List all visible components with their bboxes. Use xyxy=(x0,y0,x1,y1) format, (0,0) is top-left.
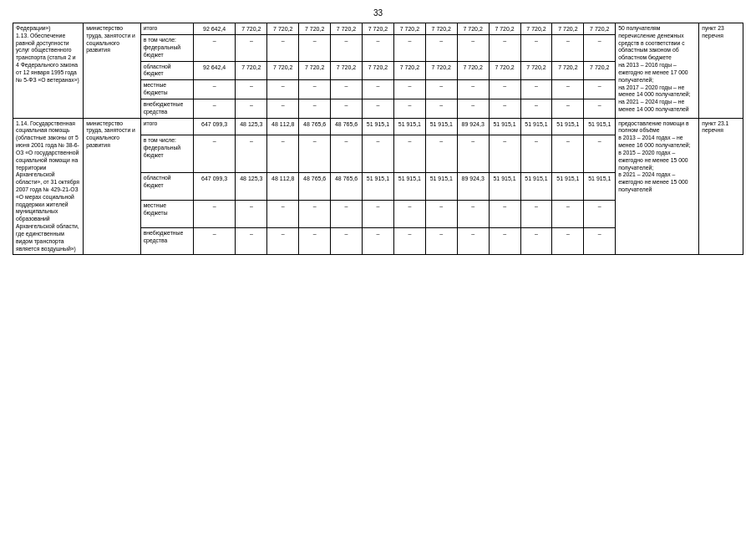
year-val-1-3-6: – xyxy=(425,201,457,228)
year-val-0-2-6: 7 720,2 xyxy=(425,61,457,80)
year-val-1-3-11: – xyxy=(584,201,616,228)
year-val-0-4-2: – xyxy=(299,99,331,118)
year-val-1-2-0: 48 125,3 xyxy=(236,173,267,201)
year-val-1-0-0: 48 125,3 xyxy=(236,118,267,135)
year-val-0-3-0: – xyxy=(236,80,267,99)
measure-name-0: Федерации») 1.13. Обеспечение равной дос… xyxy=(13,23,84,119)
basis-0: пункт 23 перечня xyxy=(699,23,743,119)
year-val-0-4-4: – xyxy=(363,99,394,118)
year-val-1-0-8: 51 915,1 xyxy=(489,118,520,135)
year-val-1-1-9: – xyxy=(520,135,552,172)
year-val-1-0-7: 89 924,3 xyxy=(457,118,489,135)
year-val-0-0-1: 7 720,2 xyxy=(267,23,299,35)
year-val-1-4-5: – xyxy=(393,227,425,255)
year-val-1-1-11: – xyxy=(584,135,616,172)
year-val-1-0-10: 51 915,1 xyxy=(552,118,584,135)
year-val-1-2-9: 51 915,1 xyxy=(520,173,552,201)
year-val-1-1-10: – xyxy=(552,135,584,172)
year-val-0-2-1: 7 720,2 xyxy=(267,61,299,80)
basis-1: пункт 23.1 перечня xyxy=(699,118,743,255)
total-1-2: 647 099,3 xyxy=(193,173,236,201)
budget-type-0-4: внебюджетные средства xyxy=(140,99,193,118)
total-1-1: – xyxy=(193,135,236,172)
year-val-1-0-11: 51 915,1 xyxy=(584,118,616,135)
year-val-1-1-8: – xyxy=(489,135,520,172)
year-val-1-2-10: 51 915,1 xyxy=(552,173,584,201)
page-container: 33 Федерации») 1.13. Обеспечение равной … xyxy=(0,0,756,535)
budget-type-1-3: местные бюджеты xyxy=(140,201,193,228)
year-val-0-2-3: 7 720,2 xyxy=(331,61,363,80)
budget-type-1-0: итого xyxy=(140,118,193,135)
year-val-0-1-7: – xyxy=(457,35,489,61)
year-val-0-2-10: 7 720,2 xyxy=(552,61,584,80)
year-val-0-0-7: 7 720,2 xyxy=(457,23,489,35)
year-val-1-3-8: – xyxy=(489,201,520,228)
year-val-1-4-9: – xyxy=(520,227,552,255)
year-val-1-3-10: – xyxy=(552,201,584,228)
year-val-1-4-4: – xyxy=(363,227,394,255)
year-val-0-3-7: – xyxy=(457,80,489,99)
year-val-0-1-10: – xyxy=(552,35,584,61)
year-val-1-1-4: – xyxy=(363,135,394,172)
budget-type-1-4: внебюджетные средства xyxy=(140,227,193,255)
total-0-1: – xyxy=(193,35,236,61)
total-0-0: 92 642,4 xyxy=(193,23,236,35)
year-val-0-4-0: – xyxy=(236,99,267,118)
dept-0: министерство труда, занятости и социальн… xyxy=(84,23,140,119)
year-val-1-1-3: – xyxy=(331,135,363,172)
year-val-0-3-6: – xyxy=(425,80,457,99)
year-val-0-1-4: – xyxy=(363,35,394,61)
year-val-1-4-11: – xyxy=(584,227,616,255)
year-val-0-1-1: – xyxy=(267,35,299,61)
year-val-1-2-11: 51 915,1 xyxy=(584,173,616,201)
year-val-1-0-2: 48 765,6 xyxy=(299,118,331,135)
budget-type-0-0: итого xyxy=(140,23,193,35)
year-val-0-2-8: 7 720,2 xyxy=(489,61,520,80)
year-val-0-3-11: – xyxy=(584,80,616,99)
year-val-0-4-1: – xyxy=(267,99,299,118)
year-val-0-1-2: – xyxy=(299,35,331,61)
year-val-1-4-10: – xyxy=(552,227,584,255)
year-val-0-3-3: – xyxy=(331,80,363,99)
year-val-0-2-5: 7 720,2 xyxy=(393,61,425,80)
year-val-0-0-10: 7 720,2 xyxy=(552,23,584,35)
year-val-1-3-5: – xyxy=(393,201,425,228)
year-val-0-3-1: – xyxy=(267,80,299,99)
year-val-0-4-3: – xyxy=(331,99,363,118)
year-val-1-4-0: – xyxy=(236,227,267,255)
year-val-1-2-8: 51 915,1 xyxy=(489,173,520,201)
dept-1: министерство труда, занятости и социальн… xyxy=(84,118,140,255)
year-val-1-3-9: – xyxy=(520,201,552,228)
year-val-1-2-1: 48 112,8 xyxy=(267,173,299,201)
year-val-0-2-7: 7 720,2 xyxy=(457,61,489,80)
budget-type-1-1: в том числе: федеральный бюджет xyxy=(140,135,193,172)
year-val-0-1-9: – xyxy=(520,35,552,61)
year-val-1-3-7: – xyxy=(457,201,489,228)
result-0: 50 получателям перечисление денежных сре… xyxy=(616,23,699,119)
year-val-1-2-3: 48 765,6 xyxy=(331,173,363,201)
year-val-0-1-3: – xyxy=(331,35,363,61)
year-val-1-0-9: 51 915,1 xyxy=(520,118,552,135)
year-val-0-4-5: – xyxy=(393,99,425,118)
year-val-1-1-1: – xyxy=(267,135,299,172)
year-val-0-4-6: – xyxy=(425,99,457,118)
year-val-1-3-4: – xyxy=(363,201,394,228)
budget-type-0-2: областной бюджет xyxy=(140,61,193,80)
year-val-0-1-0: – xyxy=(236,35,267,61)
year-val-1-2-6: 51 915,1 xyxy=(425,173,457,201)
year-val-1-3-1: – xyxy=(267,201,299,228)
year-val-0-0-8: 7 720,2 xyxy=(489,23,520,35)
year-val-1-0-4: 51 915,1 xyxy=(363,118,394,135)
year-val-0-1-8: – xyxy=(489,35,520,61)
year-val-0-2-9: 7 720,2 xyxy=(520,61,552,80)
year-val-1-0-6: 51 915,1 xyxy=(425,118,457,135)
year-val-0-4-8: – xyxy=(489,99,520,118)
year-val-1-4-1: – xyxy=(267,227,299,255)
year-val-1-0-3: 48 765,6 xyxy=(331,118,363,135)
year-val-0-1-6: – xyxy=(425,35,457,61)
year-val-0-0-6: 7 720,2 xyxy=(425,23,457,35)
year-val-0-0-0: 7 720,2 xyxy=(236,23,267,35)
year-val-0-0-2: 7 720,2 xyxy=(299,23,331,35)
year-val-0-2-2: 7 720,2 xyxy=(299,61,331,80)
year-val-1-4-2: – xyxy=(299,227,331,255)
